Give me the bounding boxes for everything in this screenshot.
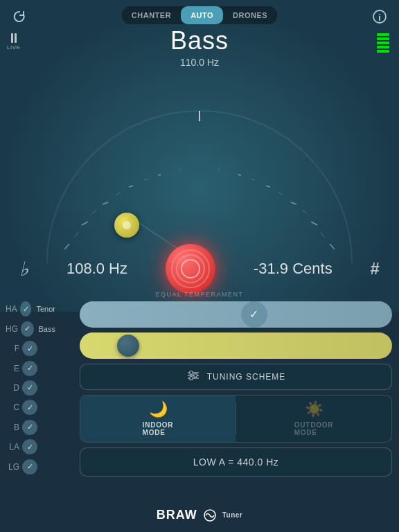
- svg-line-14: [75, 232, 78, 237]
- center-info-row: ♭ 108.0 Hz -31.9 Cents #: [0, 244, 399, 294]
- note-display: Bass 110.0 Hz: [0, 26, 399, 68]
- tab-drones[interactable]: DRONES: [223, 6, 277, 24]
- voice-label-b: B: [6, 423, 19, 432]
- tab-chanter[interactable]: CHANTER: [122, 6, 181, 24]
- tuner-indicator: [166, 244, 215, 294]
- voice-label-hg: HG: [6, 324, 18, 334]
- voice-item-lg[interactable]: LG ✓: [0, 457, 55, 477]
- temperament-label: EQUAL TEMPERAMENT: [0, 291, 399, 298]
- tuning-scheme-label: TUNING SCHEME: [207, 372, 286, 382]
- voice-check-c[interactable]: ✓: [22, 400, 37, 415]
- tuner-arc: [26, 90, 373, 263]
- voice-item-e[interactable]: E ✓: [0, 358, 55, 378]
- voice-label-ha: HA: [6, 304, 17, 314]
- voice-check-b[interactable]: ✓: [22, 420, 37, 435]
- voice-check-e[interactable]: ✓: [22, 361, 37, 376]
- voice-item-f[interactable]: F ✓: [0, 339, 55, 358]
- voice-item-c[interactable]: C ✓: [0, 398, 55, 417]
- svg-line-18: [179, 169, 181, 170]
- tuner-needle-ball: [114, 213, 139, 238]
- menu-button[interactable]: [370, 7, 389, 26]
- svg-line-19: [218, 169, 220, 170]
- indoor-mode-button[interactable]: 🌙 INDOORMODE: [80, 396, 236, 443]
- sharp-symbol: #: [371, 259, 380, 278]
- voice-item-d[interactable]: D ✓: [0, 378, 55, 398]
- voice-label-e: E: [6, 364, 19, 373]
- indoor-mode-label: INDOORMODE: [143, 421, 174, 436]
- low-a-button[interactable]: LOW A = 440.0 Hz: [80, 447, 392, 477]
- svg-line-23: [321, 232, 324, 237]
- svg-point-1: [379, 14, 380, 15]
- svg-line-6: [129, 186, 133, 187]
- svg-line-5: [103, 202, 108, 204]
- voice-item-ha[interactable]: HA ✓ Tenor: [0, 299, 55, 319]
- voice-check-lg[interactable]: ✓: [22, 459, 37, 475]
- logo-wave-icon: [200, 508, 220, 522]
- controls-panel: ✓ TUNING SCHEME 🌙 INDOORMODE ☀️ OUTDOO: [80, 301, 392, 477]
- svg-point-28: [189, 371, 193, 374]
- svg-line-21: [278, 193, 283, 195]
- voice-list: HA ✓ Tenor HG ✓ Bass F ✓ E ✓ D ✓ C ✓ B ✓…: [0, 299, 55, 532]
- logo-sub: Tuner: [222, 511, 243, 519]
- voice-check-ha[interactable]: ✓: [20, 301, 32, 317]
- svg-line-7: [158, 175, 161, 175]
- tenor-check[interactable]: ✓: [241, 301, 267, 328]
- voice-name-ha: Tenor: [36, 305, 55, 313]
- tuner-arc-container: [0, 69, 399, 263]
- bass-slider-thumb[interactable]: [117, 335, 139, 357]
- mode-tabs: CHANTER AUTO DRONES: [122, 6, 277, 24]
- voice-item-la[interactable]: LA ✓: [0, 437, 55, 456]
- logo-text: BRAW: [157, 508, 197, 522]
- voice-label-lg: LG: [6, 462, 19, 472]
- bass-slider[interactable]: [80, 332, 392, 359]
- svg-line-20: [251, 179, 255, 180]
- sun-icon: ☀️: [305, 400, 323, 418]
- svg-line-22: [302, 210, 307, 213]
- moon-icon: 🌙: [149, 400, 168, 418]
- voice-check-d[interactable]: ✓: [22, 380, 37, 396]
- svg-point-30: [189, 376, 193, 380]
- tuning-scheme-button[interactable]: TUNING SCHEME: [80, 364, 392, 390]
- tab-auto[interactable]: AUTO: [181, 6, 223, 24]
- voice-check-f[interactable]: ✓: [22, 341, 37, 356]
- reset-button[interactable]: [10, 7, 29, 26]
- svg-line-11: [291, 202, 296, 204]
- flat-symbol: ♭: [19, 258, 28, 281]
- voice-label-la: LA: [6, 442, 19, 452]
- tuning-scheme-icon: [186, 370, 200, 384]
- tenor-slider[interactable]: ✓: [80, 301, 392, 328]
- bottom-logo: BRAW Tuner: [0, 508, 399, 522]
- note-name: Bass: [0, 26, 399, 55]
- voice-label-f: F: [6, 344, 19, 353]
- outdoor-mode-label: OUTDOORMODE: [294, 421, 334, 436]
- cents-value: -31.9 Cents: [254, 260, 332, 278]
- note-frequency: 110.0 Hz: [0, 57, 399, 68]
- svg-line-16: [116, 193, 121, 195]
- svg-line-12: [311, 222, 317, 225]
- svg-line-9: [238, 175, 241, 175]
- svg-line-17: [144, 179, 148, 180]
- measured-frequency: 108.0 Hz: [66, 260, 127, 278]
- outdoor-mode-button[interactable]: ☀️ OUTDOORMODE: [236, 396, 391, 443]
- voice-label-c: C: [6, 402, 19, 412]
- voice-item-b[interactable]: B ✓: [0, 418, 55, 437]
- mode-selector: 🌙 INDOORMODE ☀️ OUTDOORMODE: [80, 395, 392, 443]
- voice-check-la[interactable]: ✓: [22, 439, 37, 454]
- voice-name-hg: Bass: [39, 325, 55, 333]
- low-a-label: LOW A = 440.0 Hz: [193, 456, 279, 468]
- svg-line-10: [266, 186, 270, 187]
- voice-check-hg[interactable]: ✓: [21, 321, 34, 337]
- svg-line-4: [82, 222, 88, 225]
- voice-item-hg[interactable]: HG ✓ Bass: [0, 319, 55, 338]
- voice-label-d: D: [6, 383, 19, 393]
- svg-point-29: [193, 373, 197, 377]
- top-bar: CHANTER AUTO DRONES: [0, 0, 399, 30]
- svg-line-15: [92, 210, 97, 213]
